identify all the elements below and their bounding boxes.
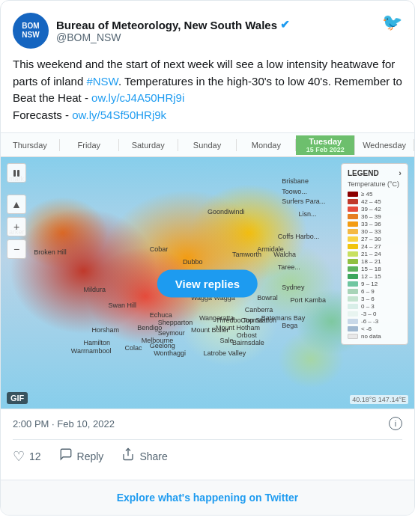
city-geelong: Geelong	[150, 342, 175, 349]
map-controls: ▲ + −	[7, 163, 26, 259]
city-toowoomba: Toowo...	[282, 188, 307, 195]
legend-row: 3 – 6	[348, 296, 402, 302]
day-tuesday[interactable]: Tuesday 15 Feb 2022	[296, 135, 355, 155]
legend-color-45plus	[348, 192, 358, 197]
city-warrnambool: Warrnambool	[71, 347, 112, 355]
map-container: Thursday Friday Saturday Sunday Monday T…	[1, 132, 414, 409]
city-port-kembla: Port Kamba	[290, 296, 326, 304]
legend-color-24	[348, 244, 358, 249]
day-thursday[interactable]: Thursday	[1, 139, 60, 151]
legend-row: 15 – 18	[348, 266, 402, 272]
legend-color-27	[348, 236, 358, 242]
share-icon	[121, 447, 135, 465]
day-sunday[interactable]: Sunday	[178, 139, 237, 151]
tweet-text: This weekend and the start of next week …	[13, 56, 402, 123]
city-colac: Colac	[125, 344, 142, 352]
hashtag-nsw[interactable]: #NSW	[86, 75, 118, 88]
legend-row: 36 – 39	[348, 213, 402, 220]
legend-row: 39 – 42	[348, 206, 402, 213]
reply-button[interactable]: Reply	[59, 447, 104, 465]
legend-rows: ≥ 45 42 – 45 39 – 42 36 – 39	[348, 191, 402, 340]
gif-badge: GIF	[7, 392, 28, 404]
city-latrobe: Latrobe Valley	[203, 349, 246, 357]
reply-icon	[59, 447, 73, 465]
legend-color-neg6plus	[348, 326, 358, 331]
legend-label: 33 – 36	[361, 221, 381, 227]
day-bar: Thursday Friday Saturday Sunday Monday T…	[1, 133, 414, 157]
legend-color-18	[348, 259, 358, 264]
username: @BOM_NSW	[56, 31, 290, 43]
like-count: 12	[29, 450, 41, 462]
legend-color-15	[348, 266, 358, 272]
timestamp-text: 2:00 PM · Feb 10, 2022	[13, 418, 115, 429]
explore-bar: Explore what's happening on Twitter	[1, 480, 414, 515]
day-wednesday[interactable]: Wednesday	[355, 139, 414, 151]
tweet-card: BOM NSW Bureau of Meteorology, New South…	[0, 0, 415, 516]
map-coordinates: 40.18°S 147.14°E	[350, 395, 408, 404]
city-orbost: Orbost	[237, 331, 257, 339]
legend-row: ≥ 45	[348, 191, 402, 198]
city-tamworth: Tamworth	[232, 251, 261, 258]
legend-color-neg3	[348, 311, 358, 317]
legend-label: -6 – -3	[361, 318, 378, 325]
view-replies-button[interactable]: View replies	[157, 270, 258, 298]
legend-row: no data	[348, 333, 402, 340]
day-monday[interactable]: Monday	[237, 139, 296, 151]
map-nav-up[interactable]: ▲	[7, 195, 26, 214]
tweet-body: BOM NSW Bureau of Meteorology, New South…	[1, 1, 414, 123]
city-taree: Taree...	[278, 263, 300, 271]
city-bowral: Bowral	[257, 294, 278, 302]
legend-row: 12 – 15	[348, 273, 402, 280]
legend-row: 24 – 27	[348, 243, 402, 250]
legend-label: 27 – 30	[361, 236, 381, 242]
city-coffs: Coffs Harbo...	[278, 233, 319, 240]
legend-row: -6 – -3	[348, 318, 402, 325]
legend-row: 42 – 45	[348, 198, 402, 205]
divider	[13, 439, 402, 440]
legend-label: 42 – 45	[361, 198, 381, 205]
legend-label: 24 – 27	[361, 243, 381, 250]
legend-chevron[interactable]: ›	[399, 168, 402, 177]
actions-bar: ♡ 12 Reply Share	[13, 447, 402, 472]
legend-label: 6 – 9	[361, 288, 375, 295]
map-zoom-out[interactable]: −	[7, 239, 26, 259]
city-surfers: Surfers Para...	[282, 198, 325, 205]
city-mildura: Mildura	[83, 286, 106, 293]
legend-subtitle: Temperature (°C)	[348, 180, 402, 188]
link-beat-heat[interactable]: ow.ly/cJ4A50HRj9i	[91, 91, 184, 104]
header-left: BOM NSW Bureau of Meteorology, New South…	[13, 13, 290, 49]
city-sydney: Sydney	[282, 284, 304, 291]
legend-label: 30 – 33	[361, 228, 381, 235]
legend-color-33	[348, 221, 358, 227]
link-forecasts[interactable]: ow.ly/54Sf50HRj9k	[72, 108, 166, 121]
legend-label: 39 – 42	[361, 206, 381, 213]
legend-row: 30 – 33	[348, 228, 402, 235]
map-area: ▲ + − Brisbane Toowo... Surfers Para... …	[1, 157, 414, 409]
legend-row: 33 – 36	[348, 221, 402, 227]
map-zoom-in[interactable]: +	[7, 217, 26, 236]
day-friday[interactable]: Friday	[60, 139, 119, 151]
tweet-header: BOM NSW Bureau of Meteorology, New South…	[13, 13, 402, 49]
city-bairnsdale: Bairnsdale	[232, 339, 264, 346]
city-seymour: Seymour	[158, 329, 185, 337]
legend-color-30	[348, 229, 358, 234]
city-brisbane: Brisbane	[282, 177, 309, 185]
city-bega: Bega	[282, 322, 297, 329]
legend-row: -3 – 0	[348, 311, 402, 317]
legend-label: 15 – 18	[361, 266, 381, 272]
share-button[interactable]: Share	[121, 447, 167, 465]
info-icon[interactable]: i	[389, 417, 402, 430]
tweet-footer: 2:00 PM · Feb 10, 2022 i ♡ 12 Reply	[1, 409, 414, 480]
legend-label: 3 – 6	[361, 296, 375, 302]
legend-color-21	[348, 251, 358, 257]
explore-link[interactable]: Explore what's happening on Twitter	[117, 492, 299, 504]
pause-button[interactable]	[7, 163, 26, 183]
city-thredbo: Thredbo Top Station	[216, 317, 276, 324]
like-button[interactable]: ♡ 12	[13, 448, 41, 465]
city-swan-hill: Swan Hill	[109, 302, 137, 309]
legend-label: no data	[361, 333, 381, 340]
legend-row: < -6	[348, 325, 402, 332]
legend-color-neg6	[348, 319, 358, 324]
day-saturday[interactable]: Saturday	[119, 139, 178, 151]
heart-icon: ♡	[13, 448, 25, 465]
